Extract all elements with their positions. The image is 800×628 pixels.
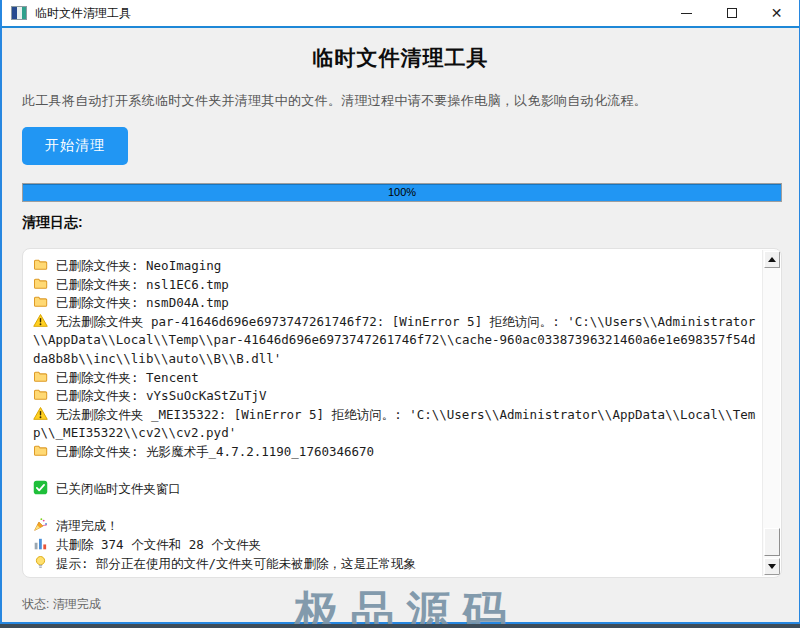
- log-box: 已删除文件夹: NeoImaging已删除文件夹: nsl1EC6.tmp已删除…: [22, 248, 782, 578]
- log-entry: 无法删除文件夹 par-41646d696e6973747261746f72: …: [33, 313, 757, 369]
- page-title: 临时文件清理工具: [2, 44, 799, 72]
- log-output[interactable]: 已删除文件夹: NeoImaging已删除文件夹: nsl1EC6.tmp已删除…: [33, 257, 757, 575]
- log-entry-text: 已删除文件夹: Tencent: [56, 370, 199, 385]
- start-clean-button[interactable]: 开始清理: [22, 127, 128, 165]
- folder-icon: [33, 387, 48, 402]
- app-window: 临时文件清理工具 ✕ 临时文件清理工具 此工具将自动打开系统临时文件夹并清理其中…: [0, 0, 800, 624]
- log-entry-text: 已删除文件夹: nsl1EC6.tmp: [56, 277, 229, 292]
- bulb-icon: [33, 555, 48, 570]
- log-section-label: 清理日志:: [22, 214, 83, 232]
- app-icon: [11, 6, 27, 20]
- log-entry-text: 已删除文件夹: NeoImaging: [56, 258, 221, 273]
- title-bar[interactable]: 临时文件清理工具 ✕: [2, 0, 799, 28]
- log-entry-text: 无法删除文件夹 _MEI35322: [WinError 5] 拒绝访问。: '…: [33, 407, 755, 441]
- folder-icon: [33, 369, 48, 384]
- scrollbar-down-button[interactable]: [764, 558, 780, 575]
- log-entry: [33, 499, 757, 518]
- folder-icon: [33, 443, 48, 458]
- maximize-button[interactable]: [709, 0, 754, 26]
- log-entry: 已删除文件夹: NeoImaging: [33, 257, 757, 276]
- log-entry: [33, 462, 757, 481]
- log-entry-text: 清理完成！: [56, 518, 119, 533]
- arrow-down-icon: [768, 564, 776, 569]
- warning-icon: [33, 406, 48, 421]
- window-bottom-edge: [0, 624, 800, 628]
- maximize-icon: [727, 8, 737, 18]
- progress-percent-label: 100%: [23, 184, 781, 201]
- folder-icon: [33, 294, 48, 309]
- log-entry-text: 提示: 部分正在使用的文件/文件夹可能未被删除，这是正常现象: [56, 556, 416, 571]
- scrollbar-thumb[interactable]: [764, 528, 780, 556]
- arrow-up-icon: [768, 257, 776, 262]
- warning-icon: [33, 313, 48, 328]
- minimize-button[interactable]: [664, 0, 709, 26]
- check-icon: [33, 480, 48, 495]
- folder-icon: [33, 257, 48, 272]
- log-entry: 无法删除文件夹 _MEI35322: [WinError 5] 拒绝访问。: '…: [33, 406, 757, 443]
- log-entry: 已删除文件夹: Tencent: [33, 369, 757, 388]
- window-title: 临时文件清理工具: [35, 5, 131, 22]
- log-entry-text: 已删除文件夹: vYsSuOcKaStZuTjV: [56, 388, 266, 403]
- log-entry: 已关闭临时文件夹窗口: [33, 480, 757, 499]
- progress-bar: 100%: [22, 183, 782, 202]
- watermark-text: 极品源码: [283, 583, 519, 628]
- log-entry-text: 已关闭临时文件夹窗口: [56, 481, 181, 496]
- log-entry-text: 已删除文件夹: nsmD04A.tmp: [56, 295, 229, 310]
- party-icon: [33, 517, 48, 532]
- log-entry: 共删除 374 个文件和 28 个文件夹: [33, 536, 757, 555]
- log-entry-text: 无法删除文件夹 par-41646d696e6973747261746f72: …: [33, 314, 755, 366]
- close-icon: ✕: [771, 6, 783, 20]
- log-entry-text: [33, 500, 41, 515]
- close-button[interactable]: ✕: [754, 0, 799, 26]
- minimize-icon: [681, 13, 692, 14]
- log-entry: 提示: 部分正在使用的文件/文件夹可能未被删除，这是正常现象: [33, 555, 757, 574]
- description-text: 此工具将自动打开系统临时文件夹并清理其中的文件。清理过程中请不要操作电脑，以免影…: [22, 92, 779, 110]
- chart-icon: [33, 536, 48, 551]
- log-entry-text: [33, 463, 41, 478]
- folder-icon: [33, 276, 48, 291]
- log-entry-text: 已删除文件夹: 光影魔术手_4.7.2.1190_1760346670: [56, 444, 374, 459]
- log-entry: 清理完成！: [33, 517, 757, 536]
- scrollbar-up-button[interactable]: [764, 251, 780, 268]
- log-entry: 已删除文件夹: nsmD04A.tmp: [33, 294, 757, 313]
- log-entry: 已删除文件夹: 光影魔术手_4.7.2.1190_1760346670: [33, 443, 757, 462]
- status-bar: 状态: 清理完成: [22, 596, 101, 613]
- log-entry: 已删除文件夹: nsl1EC6.tmp: [33, 276, 757, 295]
- window-controls: ✕: [664, 0, 799, 26]
- log-entry-text: 共删除 374 个文件和 28 个文件夹: [56, 537, 261, 552]
- log-entry: 已删除文件夹: vYsSuOcKaStZuTjV: [33, 387, 757, 406]
- log-scrollbar[interactable]: [762, 250, 780, 576]
